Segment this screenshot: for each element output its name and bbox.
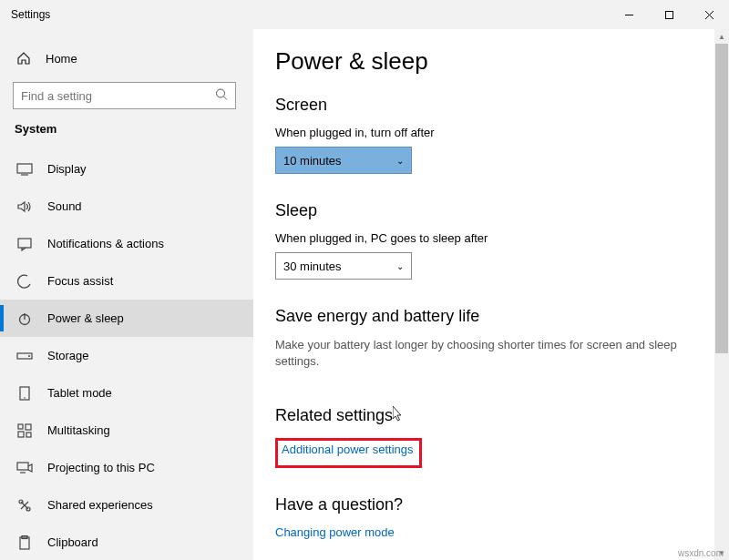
sidebar-label: Sound bbox=[47, 199, 82, 213]
svg-rect-16 bbox=[26, 424, 31, 430]
sleep-timeout-dropdown[interactable]: 30 minutes ⌄ bbox=[275, 252, 412, 280]
cursor-icon bbox=[393, 406, 404, 423]
svg-rect-15 bbox=[18, 424, 23, 429]
scroll-up-icon[interactable]: ▲ bbox=[718, 29, 725, 44]
notifications-icon bbox=[16, 237, 33, 251]
home-icon bbox=[16, 51, 31, 66]
sidebar-label: Projecting to this PC bbox=[47, 461, 155, 474]
sidebar-label: Notifications & actions bbox=[47, 237, 164, 250]
display-icon bbox=[16, 163, 33, 176]
sidebar-item-projecting[interactable]: Projecting to this PC bbox=[0, 449, 253, 486]
sidebar-item-clipboard[interactable]: Clipboard bbox=[0, 524, 253, 560]
storage-icon bbox=[16, 351, 33, 361]
close-button[interactable] bbox=[689, 0, 729, 29]
svg-rect-8 bbox=[18, 239, 31, 248]
projecting-icon bbox=[16, 462, 33, 474]
page-title: Power & sleep bbox=[275, 47, 707, 76]
sidebar-label: Storage bbox=[47, 349, 89, 362]
sidebar: Home System Display Sound Notifications … bbox=[0, 29, 253, 560]
screen-timeout-dropdown[interactable]: 10 minutes ⌄ bbox=[275, 147, 412, 174]
home-button[interactable]: Home bbox=[0, 42, 253, 75]
sidebar-item-storage[interactable]: Storage bbox=[0, 337, 253, 374]
sleep-heading: Sleep bbox=[275, 201, 707, 220]
window-controls bbox=[609, 0, 729, 29]
sound-icon bbox=[16, 200, 33, 213]
minimize-button[interactable] bbox=[609, 0, 649, 29]
home-label: Home bbox=[46, 52, 77, 66]
svg-rect-19 bbox=[17, 463, 28, 470]
main-content: Power & sleep Screen When plugged in, tu… bbox=[253, 29, 729, 560]
svg-point-14 bbox=[24, 397, 26, 399]
sidebar-label: Display bbox=[47, 162, 87, 176]
svg-rect-1 bbox=[665, 11, 673, 18]
sidebar-item-display[interactable]: Display bbox=[0, 150, 253, 188]
window-title: Settings bbox=[11, 8, 50, 21]
svg-rect-17 bbox=[18, 432, 24, 437]
sleep-timeout-label: When plugged in, PC goes to sleep after bbox=[275, 231, 707, 245]
sidebar-item-power-sleep[interactable]: Power & sleep bbox=[0, 300, 253, 337]
watermark: wsxdn.com bbox=[678, 548, 724, 558]
svg-point-12 bbox=[28, 355, 30, 357]
search-input[interactable] bbox=[13, 82, 236, 109]
sidebar-label: Power & sleep bbox=[47, 311, 124, 325]
svg-rect-18 bbox=[26, 433, 31, 437]
sidebar-item-focus-assist[interactable]: Focus assist bbox=[0, 262, 253, 300]
focus-assist-icon bbox=[16, 274, 33, 289]
sidebar-label: Multitasking bbox=[47, 423, 110, 437]
save-energy-heading: Save energy and battery life bbox=[275, 307, 707, 326]
shared-experiences-icon bbox=[16, 498, 33, 513]
svg-point-4 bbox=[217, 89, 225, 97]
sidebar-label: Focus assist bbox=[47, 274, 113, 288]
scrollbar[interactable]: ▲ ▼ bbox=[714, 29, 729, 560]
related-settings-heading: Related settings bbox=[275, 406, 393, 425]
titlebar: Settings bbox=[0, 0, 729, 29]
highlight-box: Additional power settings bbox=[275, 438, 422, 468]
clipboard-icon bbox=[16, 535, 33, 550]
sidebar-item-notifications[interactable]: Notifications & actions bbox=[0, 225, 253, 262]
additional-power-settings-link[interactable]: Additional power settings bbox=[282, 443, 414, 456]
sidebar-label: Clipboard bbox=[47, 535, 98, 549]
tablet-icon bbox=[16, 386, 33, 401]
sidebar-item-multitasking[interactable]: Multitasking bbox=[0, 412, 253, 449]
save-energy-body: Make your battery last longer by choosin… bbox=[275, 337, 707, 370]
have-question-heading: Have a question? bbox=[275, 495, 707, 514]
sidebar-nav: Display Sound Notifications & actions Fo… bbox=[0, 150, 253, 560]
sidebar-label: Tablet mode bbox=[47, 386, 112, 400]
sidebar-item-shared-experiences[interactable]: Shared experiences bbox=[0, 486, 253, 524]
sleep-timeout-value: 30 minutes bbox=[283, 260, 342, 273]
sidebar-item-sound[interactable]: Sound bbox=[0, 188, 253, 225]
multitasking-icon bbox=[16, 423, 33, 438]
chevron-down-icon: ⌄ bbox=[396, 261, 404, 271]
search-field[interactable] bbox=[14, 89, 235, 103]
search-icon bbox=[215, 88, 228, 104]
maximize-button[interactable] bbox=[649, 0, 689, 29]
screen-heading: Screen bbox=[275, 96, 707, 115]
sidebar-item-tablet-mode[interactable]: Tablet mode bbox=[0, 374, 253, 412]
power-icon bbox=[16, 311, 33, 326]
svg-rect-6 bbox=[17, 164, 32, 173]
screen-timeout-value: 10 minutes bbox=[283, 154, 342, 168]
changing-power-mode-link[interactable]: Changing power mode bbox=[275, 525, 395, 539]
chevron-down-icon: ⌄ bbox=[396, 156, 404, 166]
scroll-thumb[interactable] bbox=[715, 44, 728, 353]
sidebar-section-title: System bbox=[0, 122, 253, 143]
svg-line-5 bbox=[224, 97, 228, 100]
sidebar-label: Shared experiences bbox=[47, 498, 153, 512]
screen-timeout-label: When plugged in, turn off after bbox=[275, 126, 707, 139]
